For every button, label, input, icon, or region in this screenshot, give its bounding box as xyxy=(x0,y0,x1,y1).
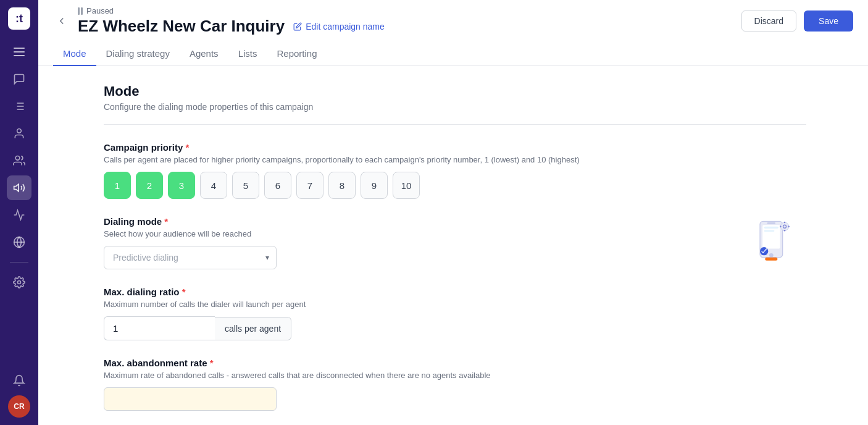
content-area: Mode Configure the dialing mode properti… xyxy=(38,66,868,425)
sidebar: :t xyxy=(0,0,38,425)
conversations-icon[interactable] xyxy=(7,67,31,91)
tabs: Mode Dialing strategy Agents Lists Repor… xyxy=(53,42,853,65)
settings-icon[interactable] xyxy=(7,270,31,295)
max-abandonment-rate-input[interactable] xyxy=(104,387,277,411)
priority-btn-9[interactable]: 9 xyxy=(361,172,388,199)
analytics-icon[interactable] xyxy=(7,203,31,227)
svg-point-26 xyxy=(788,225,789,227)
header-actions: Discard Save xyxy=(741,11,853,32)
status-badge: Paused xyxy=(78,6,385,15)
svg-point-24 xyxy=(784,230,785,231)
svg-point-21 xyxy=(780,222,788,230)
save-button[interactable]: Save xyxy=(804,11,853,32)
campaigns-icon[interactable] xyxy=(7,175,31,200)
svg-rect-17 xyxy=(767,222,775,224)
priority-btn-4[interactable]: 4 xyxy=(200,172,227,199)
svg-point-25 xyxy=(780,225,781,227)
svg-rect-1 xyxy=(14,51,25,53)
edit-campaign-name-button[interactable]: Edit campaign name xyxy=(293,22,385,32)
mode-title: Mode xyxy=(104,83,806,99)
tab-dialing-strategy[interactable]: Dialing strategy xyxy=(96,42,180,66)
dialing-mode-label: Dialing mode * xyxy=(104,216,720,227)
priority-btn-5[interactable]: 5 xyxy=(232,172,259,199)
svg-point-14 xyxy=(18,281,21,284)
phone-illustration xyxy=(745,216,806,266)
svg-rect-2 xyxy=(14,55,25,56)
campaign-priority-section: Campaign priority * Calls per agent are … xyxy=(104,142,806,199)
sidebar-bottom: CR xyxy=(7,368,31,418)
bell-icon[interactable] xyxy=(7,368,31,393)
priority-btn-1[interactable]: 1 xyxy=(104,172,131,199)
dialing-mode-select[interactable]: Predictive dialing Preview dialing Power… xyxy=(104,246,277,269)
priority-btn-8[interactable]: 8 xyxy=(328,172,356,199)
abandonment-input-row xyxy=(104,387,806,411)
max-abandonment-label: Max. abandonment rate * xyxy=(104,358,806,368)
app-logo: :t xyxy=(8,7,30,30)
dialing-mode-select-wrapper: Predictive dialing Preview dialing Power… xyxy=(104,246,277,269)
max-abandonment-section: Max. abandonment rate * Maximum rate of … xyxy=(104,358,806,411)
ratio-unit-label: calls per agent xyxy=(215,317,291,340)
svg-point-10 xyxy=(15,156,20,161)
agents-icon[interactable] xyxy=(7,148,31,173)
svg-point-23 xyxy=(784,222,785,223)
dialing-ratio-row: 1 calls per agent xyxy=(104,316,806,340)
svg-marker-11 xyxy=(14,184,19,191)
dialing-mode-description: Select how your audience will be reached xyxy=(104,229,720,238)
sidebar-divider xyxy=(10,262,28,263)
max-dialing-ratio-input[interactable]: 1 xyxy=(104,316,215,340)
discard-button[interactable]: Discard xyxy=(741,11,796,32)
max-dialing-ratio-section: Max. dialing ratio * Maximum number of c… xyxy=(104,287,806,340)
contacts-icon[interactable] xyxy=(7,121,31,146)
svg-point-18 xyxy=(769,253,774,258)
svg-point-9 xyxy=(17,129,22,133)
header: Paused EZ Wheelz New Car Inquiry Edit ca… xyxy=(38,0,868,66)
svg-rect-0 xyxy=(14,48,25,49)
avatar[interactable]: CR xyxy=(8,395,30,418)
max-dialing-ratio-label: Max. dialing ratio * xyxy=(104,287,806,297)
svg-rect-20 xyxy=(764,230,775,231)
tab-agents[interactable]: Agents xyxy=(180,42,228,66)
back-button[interactable] xyxy=(53,12,70,30)
pause-icon xyxy=(78,7,83,15)
dialing-mode-section: Dialing mode * Select how your audience … xyxy=(104,216,806,269)
priority-btn-10[interactable]: 10 xyxy=(393,172,420,199)
header-left: Paused EZ Wheelz New Car Inquiry Edit ca… xyxy=(53,6,385,36)
priority-btn-2[interactable]: 2 xyxy=(136,172,163,199)
campaign-priority-label: Campaign priority * xyxy=(104,142,806,153)
max-abandonment-description: Maximum rate of abandoned calls - answer… xyxy=(104,371,806,380)
tab-reporting[interactable]: Reporting xyxy=(267,42,327,66)
max-dialing-ratio-description: Maximum number of calls the dialer will … xyxy=(104,300,806,309)
svg-rect-28 xyxy=(765,258,777,261)
campaign-title: EZ Wheelz New Car Inquiry xyxy=(78,17,285,36)
priority-btn-7[interactable]: 7 xyxy=(296,172,323,199)
tab-mode[interactable]: Mode xyxy=(53,42,96,66)
dialing-mode-left: Dialing mode * Select how your audience … xyxy=(104,216,720,269)
lists-icon[interactable] xyxy=(7,94,31,119)
globe-icon[interactable] xyxy=(7,230,31,255)
mode-subtitle: Configure the dialing mode properties of… xyxy=(104,102,806,112)
priority-btn-6[interactable]: 6 xyxy=(264,172,291,199)
priority-buttons: 1 2 3 4 5 6 7 8 9 10 xyxy=(104,172,806,199)
svg-rect-19 xyxy=(764,227,778,229)
tab-lists[interactable]: Lists xyxy=(228,42,267,66)
main-content: Paused EZ Wheelz New Car Inquiry Edit ca… xyxy=(38,0,868,425)
hamburger-icon[interactable] xyxy=(7,40,31,64)
priority-btn-3[interactable]: 3 xyxy=(168,172,195,199)
section-divider xyxy=(104,124,806,125)
campaign-priority-description: Calls per agent are placed for higher pr… xyxy=(104,155,806,164)
